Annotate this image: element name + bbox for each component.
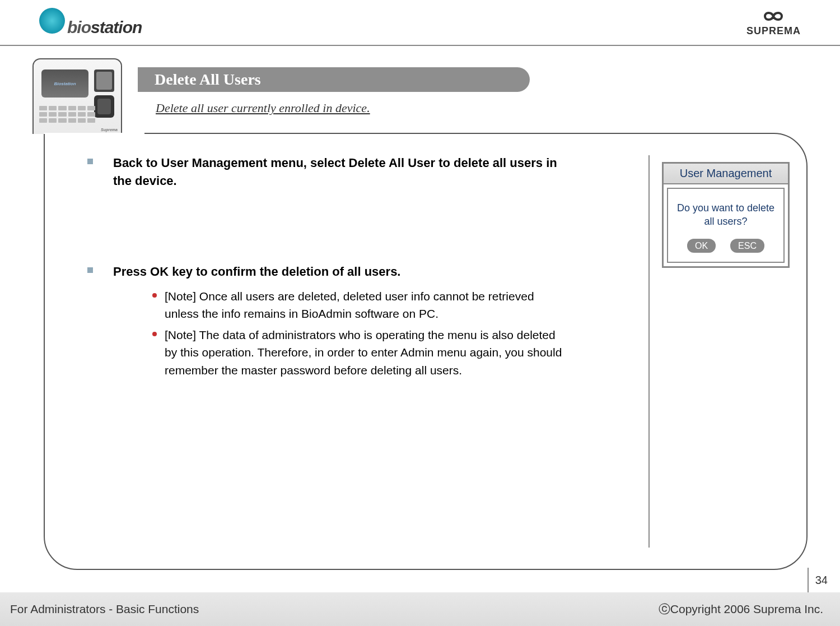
page-header: biostation SUPREMA [0, 0, 840, 46]
instruction-note: [Note] The data of administrators who is… [152, 326, 563, 379]
vertical-divider [648, 155, 650, 548]
footer-left: For Administrators - Basic Functions [10, 602, 199, 616]
page-footer: For Administrators - Basic Functions ⓒCo… [0, 592, 840, 626]
fingerprint-swirl-icon [39, 8, 65, 34]
section-subtitle: Delete all user currently enrolled in de… [156, 101, 370, 115]
footer-right: ⓒCopyright 2006 Suprema Inc. [659, 601, 823, 617]
page-number: 34 [815, 574, 828, 587]
dialog-message-line: Do you want to delete [674, 201, 778, 215]
instruction-sublist: [Note] Once all users are deleted, delet… [113, 288, 563, 379]
device-reader-icon [94, 95, 114, 118]
device-dialog-header: User Management [664, 164, 788, 184]
instruction-heading: Press OK key to confirm the deletion of … [113, 263, 563, 281]
instruction-note: [Note] Once all users are deleted, delet… [152, 288, 563, 323]
instruction-text: Back to User Management menu, select Del… [113, 154, 563, 190]
instruction-item: Press OK key to confirm the deletion of … [87, 263, 563, 382]
suprema-logo: SUPREMA [746, 8, 801, 37]
square-bullet-icon [87, 159, 93, 164]
content-area: Biostation Suprema Delete All Users Dele… [32, 58, 808, 134]
device-dialog-body: Do you want to delete all users? OK ESC [667, 188, 785, 263]
dialog-message-line: all users? [674, 215, 778, 228]
body-box: Back to User Management menu, select Del… [44, 133, 808, 570]
instruction-list: Back to User Management menu, select Del… [87, 154, 563, 382]
device-screen: Biostation [41, 69, 88, 98]
biostation-logo: biostation [39, 8, 142, 37]
device-indicator-icon [94, 69, 114, 92]
biostation-logo-text: biostation [67, 18, 142, 37]
instruction-item: Back to User Management menu, select Del… [87, 154, 563, 190]
note-text: [Note] Once all users are deleted, delet… [165, 288, 563, 323]
logo-suffix: station [91, 18, 142, 36]
round-bullet-icon [152, 293, 157, 298]
round-bullet-icon [152, 332, 157, 336]
logo-prefix: bio [67, 18, 91, 36]
device-thumbnail: Biostation Suprema [32, 58, 122, 134]
section-title: Delete All Users [138, 67, 530, 92]
infinity-icon [757, 8, 790, 24]
page-num-divider [808, 568, 809, 593]
device-keypad [39, 106, 95, 129]
note-text: [Note] The data of administrators who is… [165, 326, 563, 379]
device-dialog: User Management Do you want to delete al… [662, 162, 790, 268]
square-bullet-icon [87, 267, 93, 273]
device-screen-label: Biostation [54, 81, 76, 86]
device-brand-label: Suprema [101, 128, 118, 132]
suprema-logo-text: SUPREMA [746, 25, 801, 37]
ok-button[interactable]: OK [687, 239, 716, 253]
dialog-buttons: OK ESC [674, 239, 778, 253]
esc-button[interactable]: ESC [730, 239, 764, 253]
